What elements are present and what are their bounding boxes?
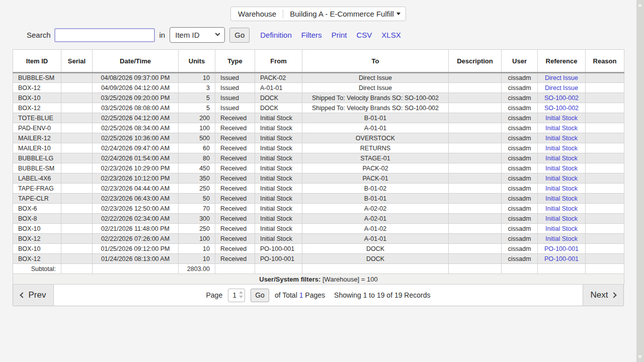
transactions-table: Item ID Serial Date/Time Units Type From…	[13, 49, 624, 285]
cell-serial	[61, 244, 93, 254]
table-row: BUBBLE-SM04/08/2026 09:37:00 PM10IssuedP…	[13, 73, 624, 83]
reference-link[interactable]: Initial Stock	[545, 185, 578, 192]
cell-to: A-02-01	[302, 214, 449, 224]
table-row: BOX-1003/25/2026 09:20:00 PM5IssuedDOCKS…	[13, 93, 624, 103]
cell-user: cissadm	[502, 224, 538, 234]
cell-type: Received	[215, 214, 255, 224]
cell-description	[449, 184, 502, 194]
reference-link[interactable]: Initial Stock	[545, 225, 578, 232]
cell-item-id: BOX-12	[13, 254, 61, 264]
reference-link[interactable]: SO-100-002	[544, 95, 579, 102]
cell-to: B-01-02	[302, 184, 449, 194]
reference-link[interactable]: Initial Stock	[545, 145, 578, 152]
transactions-table-wrap: Item ID Serial Date/Time Units Type From…	[13, 49, 644, 285]
scrollbar-down-icon[interactable]	[638, 355, 642, 358]
cell-units: 5	[179, 103, 215, 113]
warehouse-selector[interactable]: Warehouse Building A - E-Commerce Fulfil…	[230, 7, 406, 21]
cell-datetime: 04/08/2026 09:37:00 PM	[93, 73, 179, 83]
reference-link[interactable]: Initial Stock	[545, 215, 578, 222]
cell-reference: SO-100-002	[538, 93, 586, 103]
column-header-units: Units	[179, 50, 215, 73]
page-go-button[interactable]: Go	[251, 289, 269, 302]
cell-reference: Initial Stock	[538, 163, 586, 173]
cell-datetime: 02/21/2026 11:48:00 PM	[93, 224, 179, 234]
search-go-button[interactable]: Go	[229, 28, 250, 43]
reference-link[interactable]: SO-100-002	[544, 105, 579, 112]
cell-from: Initial Stock	[255, 143, 302, 153]
search-field-select[interactable]: Item ID	[170, 27, 225, 43]
page-scrollbar[interactable]	[636, 0, 644, 362]
cell-user: cissadm	[502, 93, 538, 103]
cell-serial	[61, 224, 93, 234]
subtotal-empty-cell	[538, 264, 586, 274]
cell-description	[449, 93, 502, 103]
cell-to: PACK-02	[302, 163, 449, 173]
spinner-up-icon[interactable]	[239, 291, 243, 294]
top-bar: Warehouse Building A - E-Commerce Fulfil…	[0, 0, 636, 21]
reference-link[interactable]: Initial Stock	[545, 115, 578, 122]
print-link[interactable]: Print	[332, 31, 347, 39]
cell-reason	[586, 83, 624, 93]
cell-datetime: 02/22/2026 07:26:00 AM	[93, 234, 179, 244]
cell-units: 100	[179, 123, 215, 133]
number-spinner[interactable]	[239, 291, 243, 298]
cell-to: OVERSTOCK	[302, 133, 449, 143]
cell-description	[449, 173, 502, 184]
table-row: MAILER-1202/25/2026 10:36:00 AM500Receiv…	[13, 133, 624, 143]
next-page-button[interactable]: Next	[583, 285, 623, 306]
cell-item-id: TAPE-CLR	[13, 194, 61, 204]
reference-link[interactable]: Initial Stock	[545, 165, 578, 172]
reference-link[interactable]: Initial Stock	[545, 135, 578, 142]
cell-item-id: TAPE-FRAG	[13, 184, 61, 194]
cell-serial	[61, 173, 93, 184]
spinner-down-icon[interactable]	[239, 296, 243, 298]
reference-link[interactable]: PO-100-001	[544, 245, 579, 252]
cell-datetime: 01/24/2026 08:13:00 AM	[93, 254, 179, 264]
reference-link[interactable]: Initial Stock	[545, 195, 578, 202]
cell-item-id: BOX-10	[13, 93, 61, 103]
filters-cell: User/System filters: [Warehouse] = 100	[13, 274, 624, 285]
cell-reference: Direct Issue	[538, 83, 586, 93]
definition-link[interactable]: Definition	[260, 31, 292, 39]
cell-datetime: 01/25/2026 09:12:00 PM	[93, 244, 179, 254]
reference-link[interactable]: Initial Stock	[545, 155, 578, 162]
csv-link[interactable]: CSV	[356, 31, 372, 39]
scrollbar-up-icon[interactable]	[638, 4, 642, 7]
cell-type: Received	[215, 173, 255, 184]
cell-item-id: TOTE-BLUE	[13, 113, 61, 123]
reference-link[interactable]: Initial Stock	[545, 125, 578, 132]
reference-link[interactable]: Initial Stock	[545, 205, 578, 212]
cell-type: Issued	[215, 83, 255, 93]
cell-from: Initial Stock	[255, 184, 302, 194]
table-row: LABEL-4X602/23/2026 10:12:00 PM350Receiv…	[13, 173, 624, 184]
cell-description	[449, 73, 502, 83]
search-input[interactable]	[54, 28, 155, 42]
filters-row: User/System filters: [Warehouse] = 100	[13, 274, 624, 285]
cell-from: PO-100-001	[255, 254, 302, 264]
reference-link[interactable]: Initial Stock	[545, 235, 578, 242]
cell-reason	[586, 113, 624, 123]
warehouse-selected-value: Building A - E-Commerce Fulfill	[290, 10, 394, 18]
reference-link[interactable]: PO-100-001	[544, 255, 579, 262]
cell-serial	[61, 83, 93, 93]
prev-page-button[interactable]: Prev	[13, 285, 54, 306]
cell-reason	[586, 103, 624, 113]
cell-units: 10	[179, 244, 215, 254]
table-row: BOX-802/22/2026 02:34:00 AM300ReceivedIn…	[13, 214, 624, 224]
page-number-input[interactable]: 1	[228, 289, 245, 302]
cell-serial	[61, 153, 93, 163]
cell-from: Initial Stock	[255, 194, 302, 204]
cell-reason	[586, 204, 624, 214]
cell-serial	[61, 73, 93, 83]
subtotal-row: Subtotal: 2803.00	[13, 264, 624, 274]
cell-to: DOCK	[302, 244, 449, 254]
filters-value: [Warehouse] = 100	[323, 276, 378, 283]
cell-serial	[61, 143, 93, 153]
reference-link[interactable]: Initial Stock	[545, 175, 578, 182]
reference-link[interactable]: Direct Issue	[545, 84, 578, 92]
xlsx-link[interactable]: XLSX	[381, 31, 400, 39]
separator	[283, 10, 283, 18]
search-field-selected-value: Item ID	[175, 31, 199, 39]
reference-link[interactable]: Direct Issue	[545, 74, 578, 81]
filters-link[interactable]: Filters	[301, 31, 322, 39]
